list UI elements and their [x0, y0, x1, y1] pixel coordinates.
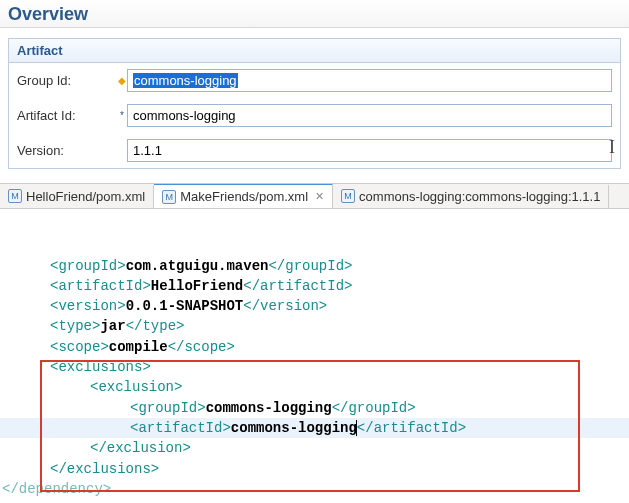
tab-label: HelloFriend/pom.xml	[26, 189, 145, 204]
xml-tag: <groupId>	[50, 258, 126, 274]
code-line: </exclusion>	[0, 438, 629, 458]
code-line: <exclusions>	[0, 357, 629, 377]
xml-tag: </artifactId>	[357, 420, 466, 436]
xml-tag: </groupId>	[268, 258, 352, 274]
xml-tag: </exclusion>	[90, 440, 191, 456]
xml-text: com.atguigu.maven	[126, 258, 269, 274]
editor-tab-bar: M HelloFriend/pom.xml M MakeFriends/pom.…	[0, 183, 629, 209]
code-line: <version>0.0.1-SNAPSHOT</version>	[0, 296, 629, 316]
code-line: <groupId>com.atguigu.maven</groupId>	[0, 256, 629, 276]
tab-makefriends-pom[interactable]: M MakeFriends/pom.xml ✕	[154, 183, 333, 208]
version-row: Version: I	[9, 133, 620, 168]
required-icon: *	[117, 110, 127, 121]
xml-text: 0.0.1-SNAPSHOT	[126, 298, 244, 314]
xml-tag: <scope>	[50, 339, 109, 355]
xml-text: jar	[100, 318, 125, 334]
code-line: <type>jar</type>	[0, 316, 629, 336]
xml-tag: <type>	[50, 318, 100, 334]
xml-text: compile	[109, 339, 168, 355]
artifact-panel-title: Artifact	[9, 39, 620, 63]
xml-tag: </scope>	[168, 339, 235, 355]
tab-hellofriend-pom[interactable]: M HelloFriend/pom.xml	[0, 185, 154, 208]
version-label: Version:	[17, 143, 117, 158]
xml-text: commons-logging	[206, 400, 332, 416]
hint-icon: ◆	[117, 75, 127, 86]
xml-editor[interactable]: <groupId>com.atguigu.maven</groupId><art…	[0, 209, 629, 503]
xml-tag: </artifactId>	[243, 278, 352, 294]
text-cursor-icon: I	[609, 137, 615, 158]
code-line: <scope>compile</scope>	[0, 337, 629, 357]
overview-title: Overview	[0, 0, 629, 28]
xml-tag: </groupId>	[332, 400, 416, 416]
code-line: <exclusion>	[0, 377, 629, 397]
xml-tag: <exclusion>	[90, 379, 182, 395]
maven-file-icon: M	[162, 190, 176, 204]
tab-label: MakeFriends/pom.xml	[180, 189, 308, 204]
xml-tag: </dependency>	[2, 481, 111, 497]
xml-tag: </exclusions>	[50, 461, 159, 477]
close-icon[interactable]: ✕	[315, 190, 324, 203]
group-id-value: commons-logging	[133, 73, 238, 88]
xml-tag: <artifactId>	[130, 420, 231, 436]
artifact-panel: Artifact Group Id: ◆ commons-logging Art…	[8, 38, 621, 169]
version-input[interactable]	[127, 139, 612, 162]
code-line: <groupId>commons-logging</groupId>	[0, 398, 629, 418]
code-line: </dependency>	[0, 479, 629, 499]
xml-text: HelloFriend	[151, 278, 243, 294]
artifact-id-row: Artifact Id: *	[9, 98, 620, 133]
artifact-id-input[interactable]	[127, 104, 612, 127]
group-id-row: Group Id: ◆ commons-logging	[9, 63, 620, 98]
xml-tag: </version>	[243, 298, 327, 314]
xml-text: commons-logging	[231, 420, 357, 436]
xml-tag: </type>	[126, 318, 185, 334]
tab-commons-logging[interactable]: M commons-logging:commons-logging:1.1.1	[333, 185, 609, 208]
maven-file-icon: M	[341, 189, 355, 203]
tab-label: commons-logging:commons-logging:1.1.1	[359, 189, 600, 204]
xml-tag: <version>	[50, 298, 126, 314]
group-id-input[interactable]: commons-logging	[127, 69, 612, 92]
code-line: </exclusions>	[0, 459, 629, 479]
code-line: <artifactId>HelloFriend</artifactId>	[0, 276, 629, 296]
maven-file-icon: M	[8, 189, 22, 203]
code-line: <artifactId>commons-logging</artifactId>	[0, 418, 629, 438]
xml-tag: <artifactId>	[50, 278, 151, 294]
group-id-label: Group Id:	[17, 73, 117, 88]
xml-tag: <exclusions>	[50, 359, 151, 375]
artifact-id-label: Artifact Id:	[17, 108, 117, 123]
xml-tag: <groupId>	[130, 400, 206, 416]
